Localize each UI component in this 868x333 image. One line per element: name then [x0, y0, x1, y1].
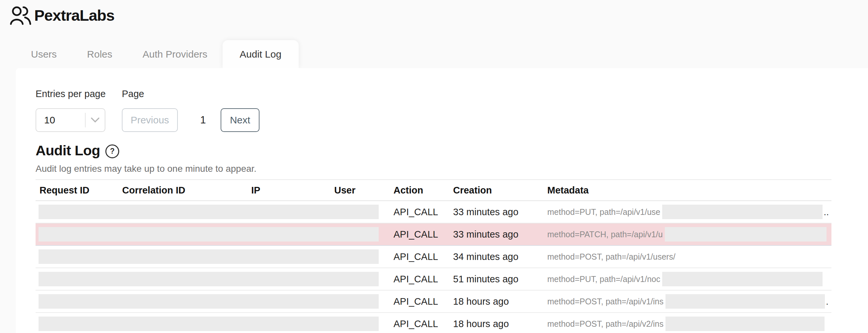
metadata-text: method=POST, path=/api/v1/users/: [547, 252, 675, 262]
action-cell: API_CALL: [394, 313, 438, 333]
action-cell: API_CALL: [394, 224, 438, 245]
tab-bar: Users Roles Auth Providers Audit Log: [16, 40, 299, 68]
table-row[interactable]: API_CALL 51 minutes ago method=PUT, path…: [36, 268, 832, 291]
redacted-fields-block: [38, 205, 379, 219]
metadata-text: method=POST, path=/api/v2/ins: [547, 319, 663, 329]
next-page-button[interactable]: Next: [221, 108, 259, 132]
entries-per-page-select[interactable]: 10: [36, 108, 105, 132]
table-header-row: Request ID Correlation ID IP User Action…: [36, 180, 832, 201]
column-header-metadata: Metadata: [547, 180, 589, 200]
previous-page-button[interactable]: Previous: [122, 108, 178, 132]
metadata-ellipsis: ...: [824, 207, 830, 218]
entries-per-page-value: 10: [36, 114, 85, 126]
metadata-text: method=PUT, path=/api/v1/use: [547, 207, 660, 217]
metadata-redaction-block: [662, 205, 823, 219]
metadata-redaction-block: [665, 317, 825, 331]
column-header-request-id: Request ID: [39, 180, 89, 200]
metadata-text: method=PATCH, path=/api/v1/u: [547, 230, 663, 239]
action-cell: API_CALL: [394, 246, 438, 268]
table-row[interactable]: API_CALL 18 hours ago method=POST, path=…: [36, 291, 832, 313]
creation-cell: 18 hours ago: [453, 291, 509, 312]
metadata-ellipsis: .: [826, 296, 829, 307]
creation-cell: 33 minutes ago: [453, 224, 518, 245]
metadata-cell: method=PUT, path=/api/v1/noc: [547, 268, 830, 290]
metadata-redaction-block: [665, 227, 827, 241]
help-icon[interactable]: ?: [105, 144, 119, 158]
column-header-ip: IP: [251, 180, 260, 200]
redacted-fields-block: [38, 227, 379, 241]
page-label: Page: [122, 89, 144, 99]
metadata-cell: method=POST, path=/api/v2/ins: [547, 313, 830, 333]
brand-title: PextraLabs: [34, 6, 114, 24]
metadata-redaction-block: [665, 294, 825, 309]
chevron-down-icon: [86, 118, 105, 123]
metadata-cell: method=POST, path=/api/v1/ins .: [547, 291, 830, 312]
table-row[interactable]: API_CALL 33 minutes ago method=PUT, path…: [36, 201, 832, 224]
metadata-text: method=PUT, path=/api/v1/noc: [547, 274, 660, 284]
tab-audit-log[interactable]: Audit Log: [223, 40, 299, 68]
metadata-redaction-block: [662, 272, 823, 286]
action-cell: API_CALL: [394, 291, 438, 312]
brand: PextraLabs: [9, 5, 114, 26]
redacted-fields-block: [38, 249, 379, 264]
action-cell: API_CALL: [394, 268, 438, 290]
column-header-user: User: [334, 180, 355, 200]
creation-cell: 33 minutes ago: [453, 201, 518, 223]
creation-cell: 34 minutes ago: [453, 246, 518, 268]
current-page-number: 1: [200, 108, 206, 132]
metadata-text: method=POST, path=/api/v1/ins: [547, 297, 663, 306]
entries-per-page-label: Entries per page: [36, 89, 106, 99]
table-row[interactable]: API_CALL 33 minutes ago method=PATCH, pa…: [36, 224, 832, 246]
users-icon: [9, 5, 32, 26]
content-panel: Entries per page Page 10 Previous 1 Next…: [16, 68, 868, 333]
table-row[interactable]: API_CALL 18 hours ago method=POST, path=…: [36, 313, 832, 333]
tab-auth-providers[interactable]: Auth Providers: [127, 40, 223, 68]
section-note: Audit log entries may take up to one min…: [36, 164, 256, 174]
table-row[interactable]: API_CALL 34 minutes ago method=POST, pat…: [36, 246, 832, 268]
page-title: Audit Log: [36, 142, 100, 159]
column-header-correlation-id: Correlation ID: [122, 180, 185, 200]
redacted-fields-block: [38, 317, 379, 331]
metadata-cell: method=POST, path=/api/v1/users/: [547, 246, 830, 268]
tab-users[interactable]: Users: [16, 40, 72, 68]
creation-cell: 18 hours ago: [453, 313, 509, 333]
audit-log-table: Request ID Correlation ID IP User Action…: [36, 179, 832, 333]
creation-cell: 51 minutes ago: [453, 268, 518, 290]
action-cell: API_CALL: [394, 201, 438, 223]
tab-roles[interactable]: Roles: [72, 40, 127, 68]
metadata-cell: method=PATCH, path=/api/v1/u: [547, 224, 830, 245]
column-header-creation: Creation: [453, 180, 492, 200]
redacted-fields-block: [38, 294, 379, 309]
metadata-cell: method=PUT, path=/api/v1/use ...: [547, 201, 830, 223]
redacted-fields-block: [38, 272, 379, 286]
column-header-action: Action: [394, 180, 423, 200]
